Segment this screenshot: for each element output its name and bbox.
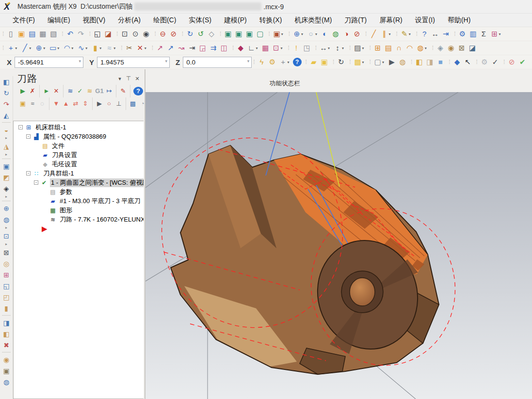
surface-sweep-icon[interactable]: ◠ bbox=[404, 42, 415, 54]
analyze-distance-icon[interactable]: ↔ bbox=[430, 28, 440, 40]
gview-right-icon[interactable]: ▣ bbox=[244, 28, 255, 40]
delete-op-icon[interactable]: ✕ bbox=[51, 85, 61, 97]
mesh-cube-icon[interactable]: ⊠ bbox=[456, 42, 467, 54]
menu-item-1[interactable]: 编辑(E) bbox=[42, 15, 76, 26]
tree-expander-icon[interactable]: - bbox=[26, 171, 31, 176]
tree-row-1[interactable]: -▟属性 - QQ2678038869 bbox=[14, 132, 144, 141]
hatch-icon-caret[interactable]: ▾ bbox=[362, 46, 366, 50]
arc-icon[interactable]: ⊕ bbox=[33, 42, 44, 54]
regen-cube-icon[interactable]: ↻ bbox=[0, 87, 12, 98]
tree-expander-icon[interactable]: - bbox=[34, 180, 38, 185]
point-icon[interactable]: + bbox=[5, 42, 16, 54]
move-down-icon[interactable]: ▼ bbox=[51, 98, 61, 110]
spline-icon[interactable]: ∿ bbox=[76, 42, 86, 54]
nc-cube-icon[interactable]: ▣ bbox=[0, 365, 12, 376]
panel-pin-icon[interactable]: ⊤ bbox=[124, 75, 133, 82]
shade-sphere-icon[interactable]: ○ bbox=[306, 28, 316, 40]
rectangle-icon-caret[interactable]: ▾ bbox=[57, 46, 61, 50]
insert-arrow-icon[interactable]: ▶ bbox=[42, 225, 48, 232]
select-last-icon[interactable]: ◍ bbox=[397, 56, 408, 68]
dynamic-rotate-icon[interactable]: ↻ bbox=[185, 28, 195, 40]
quick-mask-icon-caret[interactable]: ▾ bbox=[362, 60, 366, 64]
axis-combine-icon-caret[interactable]: ▾ bbox=[256, 46, 259, 50]
shade-off-icon[interactable]: ⊘ bbox=[352, 28, 362, 40]
move-up-icon[interactable]: ▲ bbox=[61, 98, 71, 110]
new-file-icon[interactable]: ▯ bbox=[5, 28, 16, 40]
grid-pattern-icon[interactable]: ⊞ bbox=[0, 269, 12, 280]
solid-face-select-icon[interactable]: ◧ bbox=[414, 56, 424, 68]
book-tool-icon[interactable]: ◨ bbox=[0, 317, 12, 328]
move-insert-icon[interactable]: ⇄ bbox=[71, 98, 81, 110]
trim-icon[interactable]: ✂ bbox=[124, 42, 135, 54]
select-arrow-icon[interactable]: ▶ bbox=[387, 56, 397, 68]
cylinder-cube-icon[interactable]: ▮ bbox=[0, 303, 12, 314]
pattern-grid-icon[interactable]: ▦ bbox=[260, 42, 271, 54]
fit-screen-icon[interactable]: ◱ bbox=[92, 28, 103, 40]
line-icon[interactable]: ╱ bbox=[19, 42, 30, 54]
zoom-out-icon[interactable]: ⊖ bbox=[158, 28, 168, 40]
solid-mirror-icon[interactable]: ◆ bbox=[235, 42, 246, 54]
bounding-box-icon[interactable]: ⊡ bbox=[0, 230, 12, 241]
z-coordinate-dropdown[interactable] bbox=[183, 57, 252, 68]
lock-icon[interactable]: ▣ bbox=[18, 98, 28, 110]
xform-rotate-icon[interactable]: ↝ bbox=[176, 42, 187, 54]
dim-vertical-icon[interactable]: ↕ bbox=[332, 42, 343, 54]
last-cube-icon[interactable]: ◍ bbox=[0, 376, 12, 387]
strip-expander-icon[interactable]: ▸ bbox=[5, 135, 7, 141]
panel-close-icon[interactable]: ✕ bbox=[133, 75, 142, 82]
tree-row-2[interactable]: ▤文件 bbox=[14, 141, 144, 150]
select-window-icon[interactable]: ▣ bbox=[319, 56, 330, 68]
move-origin-icon-caret[interactable]: ▾ bbox=[280, 46, 284, 50]
menu-item-4[interactable]: 绘图(C) bbox=[147, 15, 182, 26]
sigma-icon[interactable]: Σ bbox=[478, 28, 489, 40]
surface-blend-icon[interactable]: ≈ bbox=[104, 42, 114, 54]
wireframe-globe-icon[interactable]: ⊕ bbox=[291, 28, 302, 40]
xform-translate-icon[interactable]: ↗ bbox=[165, 42, 176, 54]
g1-label[interactable]: G1 bbox=[95, 85, 104, 97]
unselect-all-icon[interactable]: ✗ bbox=[28, 85, 37, 97]
rotate-plane-icon[interactable]: ↺ bbox=[195, 28, 206, 40]
axis-cube-icon[interactable]: ◉ bbox=[0, 354, 12, 365]
xform-mirror-icon[interactable]: ◫ bbox=[219, 42, 229, 54]
strip-expander-icon[interactable]: ▸ bbox=[5, 225, 7, 230]
edit-op-icon[interactable]: ✎ bbox=[118, 85, 128, 97]
verify-select-icon[interactable]: ✓ bbox=[490, 56, 500, 68]
gear-disable-icon[interactable]: ⚙ bbox=[479, 56, 490, 68]
wireframe-globe-icon-caret[interactable]: ▾ bbox=[301, 32, 305, 36]
axis-select-icon-caret[interactable]: ▾ bbox=[288, 60, 291, 64]
line-style-icon-caret[interactable]: ▾ bbox=[388, 32, 392, 36]
graphics-viewport[interactable] bbox=[145, 92, 532, 399]
surface-blend-icon-caret[interactable]: ▾ bbox=[113, 46, 117, 50]
quick-mask-icon[interactable]: ▩ bbox=[353, 56, 363, 68]
menu-item-3[interactable]: 分析(A) bbox=[112, 15, 146, 26]
tree-expander-icon[interactable]: - bbox=[18, 125, 23, 129]
break-icon-caret[interactable]: ▾ bbox=[145, 46, 148, 50]
more-icon[interactable]: ◔ bbox=[528, 56, 532, 68]
zoom-target-icon[interactable]: ⊙ bbox=[130, 28, 141, 40]
panel-help-icon[interactable]: ? bbox=[133, 87, 143, 96]
view-sheet-icon[interactable]: ◇ bbox=[206, 28, 217, 40]
menu-item-6[interactable]: 建模(P) bbox=[218, 15, 253, 26]
solid-section-icon[interactable]: ◪ bbox=[467, 42, 478, 54]
arc-edit-icon[interactable]: ↷ bbox=[0, 98, 12, 110]
undo-icon[interactable]: ↶ bbox=[65, 28, 76, 40]
attr-style-icon[interactable]: ✎ bbox=[399, 28, 410, 40]
shade-translucent-icon[interactable]: ◐ bbox=[320, 28, 330, 40]
dim-vertical-icon-caret[interactable]: ▾ bbox=[342, 46, 346, 50]
delete-cube-icon[interactable]: ✖ bbox=[0, 339, 12, 351]
hatch-icon[interactable]: ▨ bbox=[352, 42, 363, 54]
stock-cube-icon[interactable]: ◰ bbox=[0, 291, 12, 303]
analyze-entity-icon[interactable]: ? bbox=[419, 28, 430, 40]
tree-row-0[interactable]: -⊞机床群组-1 bbox=[14, 123, 144, 132]
magnifier-cube-icon[interactable]: ◎ bbox=[0, 258, 12, 269]
xform-translate3d-icon[interactable]: ↗ bbox=[155, 42, 165, 54]
y-coordinate-input[interactable] bbox=[97, 57, 170, 68]
axis-combine-icon[interactable]: ∟ bbox=[246, 42, 257, 54]
gears-icon[interactable]: ⚙ bbox=[457, 28, 468, 40]
note-icon[interactable]: ! bbox=[291, 42, 302, 54]
report-icon[interactable]: ▥ bbox=[468, 28, 478, 40]
port-cube-icon[interactable]: ◍ bbox=[0, 214, 12, 225]
menu-item-8[interactable]: 机床类型(M) bbox=[289, 15, 338, 26]
axis-select-icon[interactable]: + bbox=[278, 56, 289, 68]
gview-top-icon[interactable]: ▣ bbox=[223, 28, 233, 40]
